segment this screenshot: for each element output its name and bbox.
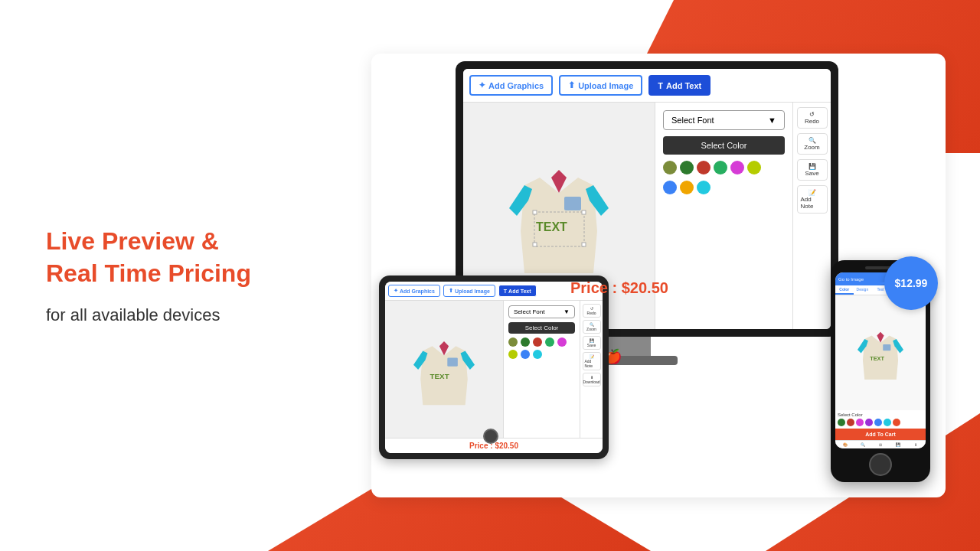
tablet-dropdown-icon: ▼ bbox=[564, 308, 570, 315]
mobile-color-section: Select Color bbox=[835, 410, 926, 429]
svg-rect-15 bbox=[447, 357, 458, 366]
dropdown-icon: ▼ bbox=[768, 116, 776, 125]
tab-color[interactable]: Color bbox=[835, 285, 854, 295]
zoom-icon: 🔍 bbox=[808, 137, 816, 144]
desktop-price: Price : $20.50 bbox=[570, 279, 668, 297]
mobile-canvas: TEXT bbox=[835, 295, 926, 410]
tablet-download-tool[interactable]: ⬇ Download bbox=[583, 373, 601, 386]
tablet-text-button[interactable]: T Add Text bbox=[498, 285, 537, 297]
headline-line1: Live Preview & bbox=[46, 227, 219, 255]
tablet-swatch-8[interactable] bbox=[533, 350, 542, 359]
tablet-graphics-icon: ✦ bbox=[394, 288, 398, 294]
desktop-toolbar: ✦ Add Graphics ⬆ Upload Image T Add Text bbox=[463, 69, 831, 103]
tablet-screen: ✦ Add Graphics ⬆ Upload Image T Add Text bbox=[385, 282, 603, 453]
tablet-swatch-7[interactable] bbox=[521, 350, 530, 359]
svg-text:TEXT: TEXT bbox=[536, 220, 567, 233]
swatch-red[interactable] bbox=[697, 161, 710, 174]
swatch-orange[interactable] bbox=[680, 181, 694, 194]
mobile-tool-color[interactable]: 🎨 bbox=[837, 442, 854, 447]
devices-card: ✦ Add Graphics ⬆ Upload Image T Add Text bbox=[371, 54, 946, 497]
tablet-swatch-3[interactable] bbox=[533, 337, 542, 347]
desktop-sidebar: ↺ Redo 🔍 Zoom 💾 Save bbox=[792, 103, 831, 329]
swatch-bright-green[interactable] bbox=[714, 161, 727, 174]
swatch-blue[interactable] bbox=[663, 181, 677, 194]
mobile-swatch-3[interactable] bbox=[856, 419, 864, 426]
price-badge: $12.99 bbox=[884, 256, 938, 310]
mobile-swatch-7[interactable] bbox=[893, 419, 900, 426]
left-section: Live Preview & Real Time Pricing for all… bbox=[0, 195, 329, 355]
upload-image-button[interactable]: ⬆ Upload Image bbox=[559, 75, 642, 96]
mobile-swatch-1[interactable] bbox=[838, 419, 845, 426]
svg-text:TEXT: TEXT bbox=[430, 372, 449, 380]
tablet-note-tool[interactable]: 📝 Add Note bbox=[583, 352, 601, 370]
mobile-bottom-tools: 🎨 🔍 ⊞ 💾 ⬇ bbox=[835, 440, 926, 448]
tablet-swatch-6[interactable] bbox=[508, 350, 518, 359]
upload-icon: ⬆ bbox=[568, 80, 575, 90]
color-swatches-row1 bbox=[663, 161, 785, 174]
tablet-controls: Select Font ▼ Select Color bbox=[503, 301, 580, 438]
mobile-swatch-6[interactable] bbox=[884, 419, 891, 426]
redo-icon: ↺ bbox=[809, 111, 815, 118]
mobile-color-label: Select Color bbox=[838, 412, 923, 417]
mobile-tool-save[interactable]: 💾 bbox=[890, 442, 906, 447]
tablet-upload-button[interactable]: ⬆ Upload Image bbox=[443, 285, 495, 297]
headline: Live Preview & Real Time Pricing bbox=[46, 226, 283, 289]
graphics-icon: ✦ bbox=[479, 80, 485, 90]
mobile-tool-grid[interactable]: ⊞ bbox=[872, 442, 889, 447]
shirt-preview: TEXT bbox=[509, 155, 609, 277]
right-section: ✦ Add Graphics ⬆ Upload Image T Add Text bbox=[329, 0, 980, 551]
tablet-home-button[interactable] bbox=[483, 429, 498, 444]
tablet-sidebar: ↺ Redo 🔍 Zoom 💾 Save bbox=[580, 301, 603, 438]
tablet-body: TEXT Select Font ▼ Select Color bbox=[385, 301, 603, 438]
tablet-swatches bbox=[508, 337, 575, 359]
mobile-tool-zoom[interactable]: 🔍 bbox=[854, 442, 871, 447]
tablet-redo-tool[interactable]: ↺ Redo bbox=[583, 304, 601, 318]
headline-line2: Real Time Pricing bbox=[46, 259, 251, 287]
svg-rect-10 bbox=[582, 243, 586, 246]
tablet-add-graphics-button[interactable]: ✦ Add Graphics bbox=[388, 285, 440, 297]
text-icon: T bbox=[658, 81, 663, 90]
add-note-tool[interactable]: 📝 Add Note bbox=[797, 185, 828, 214]
redo-tool[interactable]: ↺ Redo bbox=[797, 107, 828, 129]
mobile-shirt-preview: TEXT bbox=[858, 324, 903, 382]
mobile-swatch-4[interactable] bbox=[865, 419, 873, 426]
tablet-swatch-2[interactable] bbox=[521, 337, 530, 347]
tablet-swatch-5[interactable] bbox=[557, 337, 567, 347]
tablet-select-font[interactable]: Select Font ▼ bbox=[508, 305, 575, 318]
svg-rect-4 bbox=[564, 197, 581, 210]
note-icon: 📝 bbox=[808, 189, 816, 196]
add-graphics-button[interactable]: ✦ Add Graphics bbox=[469, 75, 553, 96]
tablet-swatch-4[interactable] bbox=[545, 337, 554, 347]
tablet-text-icon: T bbox=[504, 289, 507, 294]
swatch-cyan[interactable] bbox=[697, 181, 710, 194]
svg-rect-21 bbox=[883, 344, 890, 350]
mobile-swatch-2[interactable] bbox=[847, 419, 854, 426]
mobile-add-to-cart-button[interactable]: Add To Cart bbox=[835, 429, 926, 440]
mobile-home-button[interactable] bbox=[869, 453, 892, 476]
tablet: ✦ Add Graphics ⬆ Upload Image T Add Text bbox=[379, 276, 609, 459]
swatch-yellow-green[interactable] bbox=[747, 161, 761, 174]
save-tool[interactable]: 💾 Save bbox=[797, 159, 828, 181]
select-font-button[interactable]: Select Font ▼ bbox=[663, 110, 785, 130]
swatch-purple[interactable] bbox=[730, 161, 744, 174]
svg-rect-8 bbox=[582, 210, 586, 214]
save-icon: 💾 bbox=[808, 163, 816, 170]
swatch-olive[interactable] bbox=[663, 161, 677, 174]
select-color-button[interactable]: Select Color bbox=[663, 136, 785, 155]
svg-rect-9 bbox=[533, 243, 537, 246]
tablet-swatch-1[interactable] bbox=[508, 337, 518, 347]
zoom-tool[interactable]: 🔍 Zoom bbox=[797, 133, 828, 155]
tablet-save-tool[interactable]: 💾 Save bbox=[583, 336, 601, 350]
swatch-green[interactable] bbox=[680, 161, 694, 174]
svg-text:TEXT: TEXT bbox=[870, 354, 884, 361]
tab-design[interactable]: Design bbox=[854, 285, 872, 295]
desktop-controls: Select Font ▼ Select Color bbox=[655, 103, 792, 329]
color-swatches-row2 bbox=[663, 181, 785, 194]
add-text-button[interactable]: T Add Text bbox=[648, 75, 710, 96]
mobile-tool-download[interactable]: ⬇ bbox=[907, 442, 924, 447]
tablet-zoom-tool[interactable]: 🔍 Zoom bbox=[583, 320, 601, 334]
mobile-swatches bbox=[838, 419, 923, 426]
mobile-swatch-5[interactable] bbox=[874, 419, 882, 426]
svg-rect-7 bbox=[533, 210, 537, 214]
tablet-select-color[interactable]: Select Color bbox=[508, 322, 575, 334]
